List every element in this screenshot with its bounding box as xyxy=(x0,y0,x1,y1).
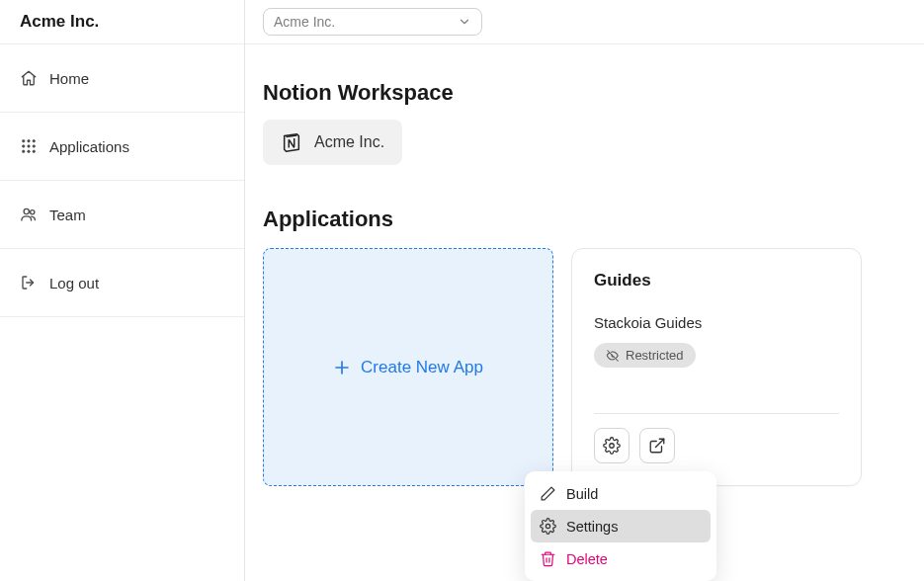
section-title-applications: Applications xyxy=(263,207,906,232)
pencil-icon xyxy=(540,485,556,502)
svg-point-10 xyxy=(31,210,35,214)
dropdown-item-label: Build xyxy=(566,486,598,502)
svg-point-12 xyxy=(546,524,549,528)
sidebar-item-label: Applications xyxy=(49,138,129,155)
status-badge: Restricted xyxy=(594,343,696,368)
app-card-subtitle: Stackoia Guides xyxy=(594,314,839,331)
sidebar-item-team[interactable]: Team xyxy=(0,181,244,249)
workspace-chip-label: Acme Inc. xyxy=(314,133,384,151)
sidebar-nav: Home Applications Team Log out xyxy=(0,44,244,317)
eye-off-icon xyxy=(606,349,620,363)
gear-icon xyxy=(603,437,621,455)
home-icon xyxy=(20,69,38,87)
create-new-app-card[interactable]: Create New App xyxy=(263,248,553,486)
trash-icon xyxy=(540,550,556,567)
sidebar-item-label: Log out xyxy=(49,275,99,291)
svg-point-0 xyxy=(23,140,25,142)
dropdown-item-delete[interactable]: Delete xyxy=(531,542,711,575)
plus-icon xyxy=(333,359,351,376)
sidebar: Acme Inc. Home Applications Team Log out xyxy=(0,0,245,581)
chevron-down-icon xyxy=(458,15,471,29)
gear-icon xyxy=(540,518,556,535)
divider xyxy=(245,43,924,44)
create-new-app-label: Create New App xyxy=(361,358,483,377)
svg-point-5 xyxy=(33,145,35,147)
svg-point-3 xyxy=(23,145,25,147)
svg-point-8 xyxy=(33,150,35,152)
app-actions-dropdown: Build Settings Delete xyxy=(525,471,716,581)
grid-icon xyxy=(20,137,38,155)
open-external-button[interactable] xyxy=(639,428,675,463)
svg-point-6 xyxy=(23,150,25,152)
external-link-icon xyxy=(648,437,666,455)
dropdown-item-label: Delete xyxy=(566,551,608,567)
app-card-footer xyxy=(594,413,839,463)
workspace-select-value: Acme Inc. xyxy=(274,14,335,30)
sidebar-item-label: Team xyxy=(49,207,86,223)
main-content: Acme Inc. Notion Workspace Acme Inc. App… xyxy=(245,0,924,581)
section-title-workspace: Notion Workspace xyxy=(263,80,906,106)
workspace-select[interactable]: Acme Inc. xyxy=(263,8,482,36)
app-card-title: Guides xyxy=(594,271,839,290)
svg-point-7 xyxy=(28,150,30,152)
sidebar-item-logout[interactable]: Log out xyxy=(0,249,244,317)
notion-icon xyxy=(281,131,302,153)
svg-point-9 xyxy=(24,208,29,213)
settings-button[interactable] xyxy=(594,428,630,463)
sidebar-item-home[interactable]: Home xyxy=(0,44,244,113)
sidebar-item-label: Home xyxy=(49,70,89,87)
dropdown-item-label: Settings xyxy=(566,519,618,535)
svg-point-1 xyxy=(28,140,30,142)
sidebar-item-applications[interactable]: Applications xyxy=(0,113,244,181)
svg-point-4 xyxy=(28,145,30,147)
logout-icon xyxy=(20,274,38,291)
dropdown-item-build[interactable]: Build xyxy=(531,477,711,510)
apps-row: Create New App Guides Stackoia Guides Re… xyxy=(263,248,906,486)
workspace-title: Acme Inc. xyxy=(20,12,99,32)
dropdown-item-settings[interactable]: Settings xyxy=(531,510,711,542)
svg-point-2 xyxy=(33,140,35,142)
status-badge-label: Restricted xyxy=(626,348,684,363)
svg-point-11 xyxy=(610,444,615,449)
sidebar-header: Acme Inc. xyxy=(0,0,244,44)
workspace-chip[interactable]: Acme Inc. xyxy=(263,120,402,165)
app-card: Guides Stackoia Guides Restricted xyxy=(571,248,862,486)
team-icon xyxy=(20,206,38,223)
